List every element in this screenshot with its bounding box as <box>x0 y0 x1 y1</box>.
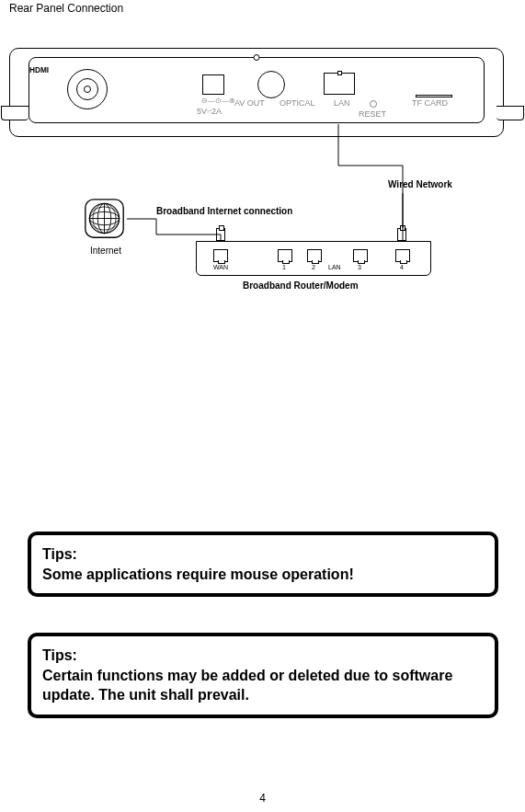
router-p4-label: 4 <box>400 264 404 270</box>
avout-label: AV OUT <box>234 98 265 108</box>
page-title: Rear Panel Connection <box>9 2 123 15</box>
optical-label: OPTICAL <box>280 98 315 108</box>
router-lan-label: LAN <box>328 264 341 270</box>
router-lan3-port <box>353 249 368 262</box>
power-label: 5V⎓2A <box>197 107 222 116</box>
rj45-plug-icon <box>397 228 406 241</box>
router-lan4-port <box>395 249 410 262</box>
svg-text:HDMI: HDMI <box>29 66 49 74</box>
router-lan1-port <box>278 249 292 262</box>
tips-box-1: Tips: Some applications require mouse op… <box>28 532 498 597</box>
tips-box-2: Tips: Certain functions may be added or … <box>28 633 498 718</box>
tfcard-slot <box>416 95 452 97</box>
broadband-conn-label: Broadband Internet connection <box>156 206 292 216</box>
reset-hole <box>370 100 377 108</box>
device-inner: HDMI ⊖―⊙―⊕ 5V⎓2A AV OUT OPTICAL LAN RESE… <box>29 57 485 123</box>
screw-dot <box>254 54 260 61</box>
optical-port <box>257 71 285 98</box>
device-foot-right <box>496 106 524 120</box>
tips2-heading: Tips: <box>42 646 484 666</box>
tfcard-label: TF CARD <box>412 98 448 108</box>
tips1-heading: Tips: <box>42 544 484 565</box>
tips1-body: Some applications require mouse operatio… <box>42 565 484 585</box>
router-lan2-port <box>307 249 322 262</box>
rj45-plug-icon <box>216 228 225 241</box>
wired-network-label: Wired Network <box>388 179 452 189</box>
internet-label: Internet <box>90 246 121 256</box>
globe-icon <box>84 198 125 239</box>
device-rear-panel: HDMI ⊖―⊙―⊕ 5V⎓2A AV OUT OPTICAL LAN RESE… <box>9 48 504 137</box>
router-p3-label: 3 <box>358 264 361 270</box>
power-jack <box>67 69 108 109</box>
device-foot-left <box>1 106 29 120</box>
router-modem: WAN 1 2 LAN 3 4 <box>196 241 431 276</box>
router-wan-label: WAN <box>213 264 228 270</box>
router-p1-label: 1 <box>282 264 286 270</box>
router-p2-label: 2 <box>312 264 315 270</box>
router-label: Broadband Router/Modem <box>243 280 359 291</box>
reset-label: RESET <box>359 109 386 119</box>
hdmi-icon: HDMI <box>29 58 57 82</box>
tips2-body: Certain functions may be added or delete… <box>42 666 484 705</box>
router-wan-port <box>213 249 228 262</box>
lan-plug-icon <box>337 74 343 83</box>
page-number: 4 <box>259 792 266 805</box>
avout-port <box>202 74 224 95</box>
lan-label: LAN <box>334 98 350 108</box>
power-polarity-symbol: ⊖―⊙―⊕ <box>201 97 235 105</box>
